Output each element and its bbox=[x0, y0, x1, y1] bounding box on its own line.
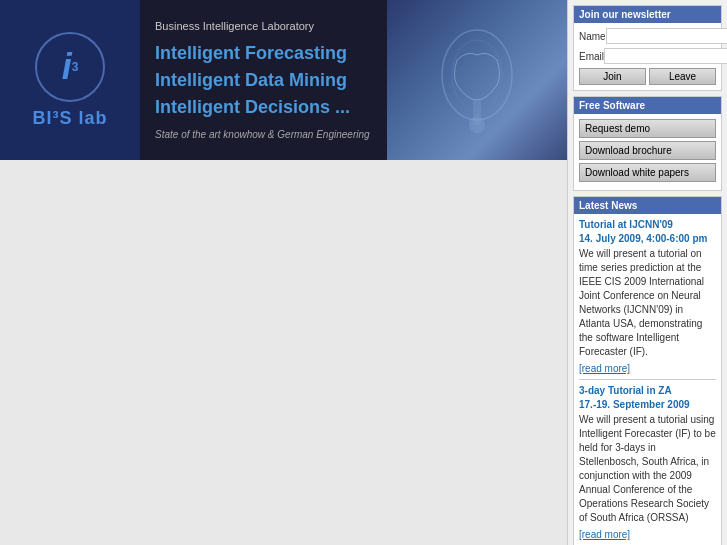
latest-news-title: Latest News bbox=[574, 197, 721, 214]
header-image bbox=[387, 0, 567, 160]
news-2-title: 3-day Tutorial in ZA bbox=[579, 385, 716, 396]
news-2-link[interactable]: [read more] bbox=[579, 529, 630, 540]
email-label: Email bbox=[579, 51, 604, 62]
tagline-line2: Intelligent Data Mining bbox=[155, 67, 372, 94]
newsletter-buttons: Join Leave bbox=[579, 68, 716, 85]
header-subtitle: State of the art knowhow & German Engine… bbox=[155, 129, 372, 140]
free-software-title: Free Software bbox=[574, 97, 721, 114]
brain-illustration bbox=[427, 20, 527, 140]
newsletter-title: Join our newsletter bbox=[574, 6, 721, 23]
email-input[interactable] bbox=[604, 48, 727, 64]
news-1-link[interactable]: [read more] bbox=[579, 363, 630, 374]
email-field-row: Email bbox=[579, 48, 716, 64]
logo-sup: 3 bbox=[72, 60, 79, 74]
request-demo-button[interactable]: Request demo bbox=[579, 119, 716, 138]
newsletter-section: Join our newsletter Name Email Join Leav… bbox=[573, 5, 722, 91]
svg-rect-3 bbox=[473, 100, 481, 125]
download-brochure-button[interactable]: Download brochure bbox=[579, 141, 716, 160]
logo-text: BI³S lab bbox=[32, 108, 107, 129]
download-white-papers-button[interactable]: Download white papers bbox=[579, 163, 716, 182]
news-item-1: Tutorial at IJCNN'09 14. July 2009, 4:00… bbox=[579, 219, 716, 374]
tagline-line3: Intelligent Decisions ... bbox=[155, 94, 372, 121]
news-1-text: We will present a tutorial on time serie… bbox=[579, 247, 716, 359]
free-software-section: Free Software Request demo Download broc… bbox=[573, 96, 722, 191]
news-2-text: We will present a tutorial using Intelli… bbox=[579, 413, 716, 525]
header-content: Business Intelligence Laboratory Intelli… bbox=[140, 0, 387, 160]
name-label: Name bbox=[579, 31, 606, 42]
news-item-2: 3-day Tutorial in ZA 17.-19. September 2… bbox=[579, 385, 716, 540]
join-button[interactable]: Join bbox=[579, 68, 646, 85]
name-input[interactable] bbox=[606, 28, 727, 44]
leave-button[interactable]: Leave bbox=[649, 68, 716, 85]
logo-i-letter: i bbox=[62, 46, 72, 88]
news-divider bbox=[579, 379, 716, 380]
logo-circle: i3 bbox=[35, 32, 105, 102]
header-title: Business Intelligence Laboratory bbox=[155, 20, 372, 32]
right-sidebar: Join our newsletter Name Email Join Leav… bbox=[567, 0, 727, 545]
name-field-row: Name bbox=[579, 28, 716, 44]
latest-news-section: Latest News Tutorial at IJCNN'09 14. Jul… bbox=[573, 196, 722, 545]
header-tagline: Intelligent Forecasting Intelligent Data… bbox=[155, 40, 372, 121]
news-1-date: 14. July 2009, 4:00-6:00 pm bbox=[579, 233, 716, 244]
tagline-line1: Intelligent Forecasting bbox=[155, 40, 372, 67]
logo-area: i3 BI³S lab bbox=[0, 0, 140, 160]
news-1-title: Tutorial at IJCNN'09 bbox=[579, 219, 716, 230]
news-2-date: 17.-19. September 2009 bbox=[579, 399, 716, 410]
